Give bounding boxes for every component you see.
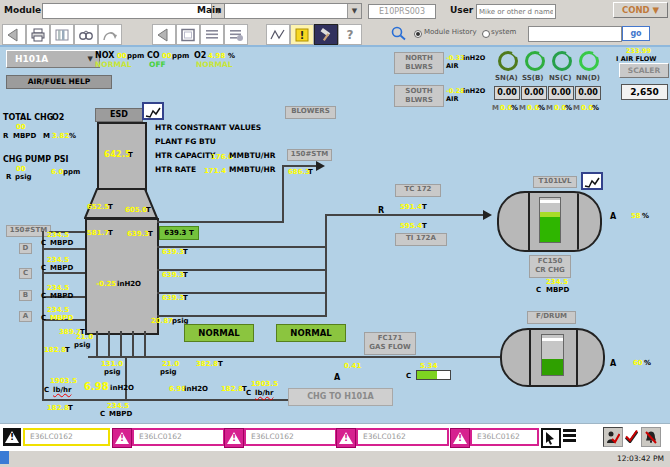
feed-2-unit: MBPD bbox=[50, 264, 73, 272]
pct-unit: % bbox=[592, 104, 599, 112]
south-blowers-tag[interactable]: SOUTH BLWRS bbox=[394, 85, 444, 107]
co-value: 00 bbox=[162, 52, 172, 60]
warning-bang: ! bbox=[344, 433, 348, 443]
gauge-setpoint-line bbox=[542, 338, 563, 341]
chg-to-h101a-tag[interactable]: CHG TO H101A bbox=[288, 388, 393, 406]
fan-icon-nnd[interactable] bbox=[579, 51, 599, 71]
main-select[interactable]: ▼ bbox=[224, 3, 362, 19]
roof-right-temp: 605.0 bbox=[125, 206, 147, 214]
alarm-critical-icon[interactable]: ! bbox=[224, 428, 244, 448]
fan-m: M bbox=[519, 104, 526, 112]
outlet-press-value: 20.87 bbox=[151, 317, 173, 325]
temp-unit: T bbox=[308, 168, 313, 176]
cond-button[interactable]: COND ▼ bbox=[613, 2, 668, 18]
print-icon[interactable] bbox=[26, 24, 50, 45]
menu-hamburger-icon[interactable] bbox=[563, 429, 576, 442]
nox-value: 00 bbox=[117, 52, 127, 60]
alarm-silence-bell-icon[interactable] bbox=[641, 427, 661, 447]
stm-left-tag[interactable]: 150#STM bbox=[6, 225, 51, 237]
normal-status-button-1[interactable]: NORMAL bbox=[184, 324, 254, 342]
top-toolbar: Module ▼ Main ▼ User COND ▼ ! ? Module H… bbox=[0, 0, 670, 47]
chg-pump-unit: psig bbox=[15, 173, 32, 181]
alarm-warning-icon[interactable]: ! bbox=[3, 428, 21, 446]
blowers-tag[interactable]: BLOWERS bbox=[285, 106, 336, 119]
trend-line-icon[interactable] bbox=[266, 24, 290, 45]
fan-icon-ssb[interactable] bbox=[525, 51, 545, 71]
alarm-entry-2[interactable]: E36LC0162 bbox=[132, 428, 225, 446]
fc150-line1: FC150 bbox=[530, 257, 570, 266]
alarm-entry-5[interactable]: E36LC0162 bbox=[470, 428, 539, 446]
vessel-head-line bbox=[576, 330, 578, 385]
alarm-critical-icon[interactable]: ! bbox=[112, 428, 132, 448]
list-edit-icon[interactable] bbox=[224, 24, 248, 45]
trend-chart-icon[interactable] bbox=[142, 102, 164, 120]
p131-value: 131.0 bbox=[101, 360, 123, 368]
fc171-tag[interactable]: FC171 GAS FLOW bbox=[364, 332, 416, 355]
fc150-tag[interactable]: FC150 CR CHG bbox=[529, 255, 571, 278]
fan-value-sna[interactable]: 0.00 bbox=[494, 86, 520, 100]
binoculars-icon[interactable] bbox=[74, 24, 98, 45]
nox-label: NOX bbox=[95, 51, 114, 60]
flow-prefix: C bbox=[44, 386, 49, 394]
corner-blue-marker bbox=[0, 451, 9, 464]
fc171-c-label: C bbox=[406, 372, 411, 380]
alarm-summary-icon[interactable]: ! bbox=[290, 24, 314, 45]
go-button[interactable]: go bbox=[622, 26, 650, 41]
fan-m: M bbox=[546, 104, 553, 112]
warning-bang: ! bbox=[232, 433, 236, 443]
cursor-select-icon[interactable] bbox=[541, 428, 561, 448]
alarm-entry-1[interactable]: E36LC0162 bbox=[23, 428, 110, 446]
tc172-tag[interactable]: TC 172 bbox=[395, 184, 441, 197]
stm-right-tag[interactable]: 150#STM bbox=[287, 149, 332, 161]
scaler-button[interactable]: SCALER bbox=[619, 63, 669, 78]
pipe-tube-header bbox=[325, 214, 327, 317]
list-icon[interactable] bbox=[200, 24, 224, 45]
ack-all-icon[interactable] bbox=[622, 427, 640, 445]
page-back-icon[interactable] bbox=[152, 24, 176, 45]
fdrum-tag[interactable]: F/DRUM bbox=[527, 311, 576, 324]
north-blowers-tag[interactable]: NORTH BLWRS bbox=[394, 52, 444, 74]
nav-back-icon[interactable] bbox=[2, 24, 26, 45]
alarm-entry-4[interactable]: E36LC0162 bbox=[356, 428, 449, 446]
curved-arrow-icon[interactable] bbox=[98, 24, 122, 45]
alarm-entry-3[interactable]: E36LC0162 bbox=[244, 428, 337, 446]
fan-value-ssb[interactable]: 0.00 bbox=[521, 86, 547, 100]
fan-value-nnd[interactable]: 0.00 bbox=[575, 86, 601, 100]
columns-icon[interactable] bbox=[50, 24, 74, 45]
t101lvl-tag[interactable]: T101LVL bbox=[533, 176, 577, 188]
fan-notch bbox=[539, 49, 547, 57]
frame-icon[interactable] bbox=[176, 24, 200, 45]
esd-button[interactable]: ESD bbox=[95, 108, 143, 122]
normal-status-button-2[interactable]: NORMAL bbox=[276, 324, 346, 342]
user-input[interactable] bbox=[476, 4, 556, 19]
alarm-critical-icon[interactable]: ! bbox=[450, 428, 470, 448]
station-id-field[interactable] bbox=[368, 4, 436, 19]
t101-level-gauge bbox=[539, 197, 561, 243]
system-radio[interactable] bbox=[482, 30, 490, 38]
trend-chart-icon[interactable] bbox=[581, 172, 603, 190]
fc150-line2: CR CHG bbox=[530, 266, 570, 275]
search-magnifier-icon[interactable] bbox=[390, 26, 408, 46]
fc171-a-label: A bbox=[334, 373, 340, 382]
help-icon[interactable]: ? bbox=[338, 24, 362, 45]
ack-operator-icon[interactable] bbox=[603, 427, 623, 447]
air-fuel-help-button[interactable]: AIR/FUEL HELP bbox=[6, 75, 112, 89]
temp-unit: T bbox=[183, 271, 188, 279]
fan-icon-sna[interactable] bbox=[498, 51, 518, 71]
ti172a-tag[interactable]: TI 172A bbox=[395, 233, 447, 246]
module-history-radio[interactable] bbox=[414, 30, 422, 38]
o2-value: 4.98 bbox=[208, 52, 225, 60]
fan-icon-nsc[interactable] bbox=[552, 51, 572, 71]
scaler-value-field[interactable]: 2,650 bbox=[621, 84, 668, 100]
alarm-critical-icon[interactable]: ! bbox=[336, 428, 356, 448]
t182-bottom-value: 182.8 bbox=[47, 404, 69, 412]
o2-label: O2 bbox=[194, 51, 206, 60]
fdrum-level-unit: % bbox=[644, 359, 651, 367]
history-search-input[interactable] bbox=[528, 26, 622, 42]
tools-hammer-icon[interactable] bbox=[314, 24, 338, 45]
psig-unit: psig bbox=[160, 368, 177, 376]
south-blowers-line1: SOUTH bbox=[395, 87, 443, 96]
unit-selector[interactable]: H101A ▼ bbox=[6, 50, 100, 68]
chevron-down-icon[interactable]: ▼ bbox=[347, 4, 361, 18]
fan-value-nsc[interactable]: 0.00 bbox=[548, 86, 574, 100]
